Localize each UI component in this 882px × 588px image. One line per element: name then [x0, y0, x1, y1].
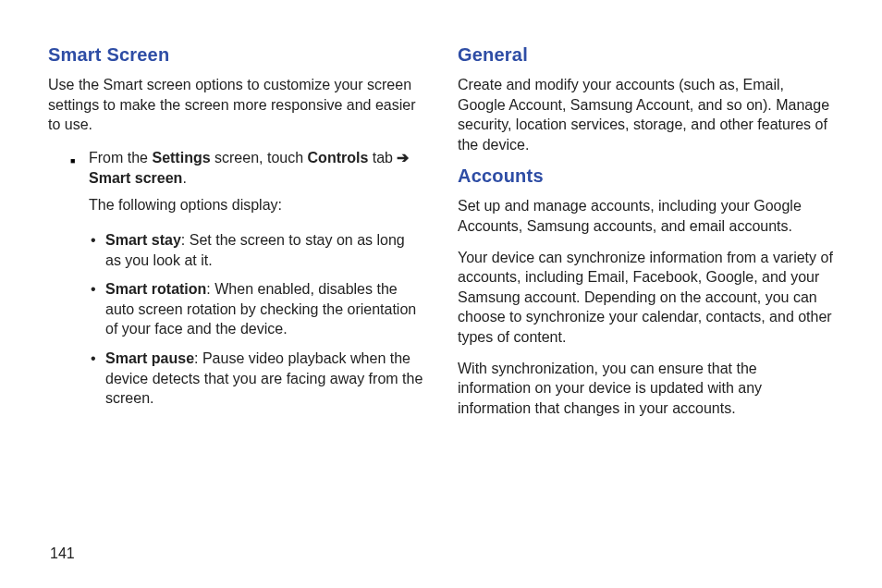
bullet-icon: •: [91, 349, 96, 369]
step-smart-screen-label: Smart screen: [89, 170, 182, 186]
heading-accounts: Accounts: [458, 165, 834, 187]
option-smart-rotation: • Smart rotation: When enabled, disables…: [94, 279, 424, 339]
left-column: Smart Screen Use the Smart screen option…: [48, 44, 424, 429]
instruction-step: From the Settings screen, touch Controls…: [70, 148, 424, 221]
step-text: From the: [89, 150, 152, 165]
accounts-paragraph-2: Your device can synchronize information …: [458, 248, 834, 348]
heading-smart-screen: Smart Screen: [48, 44, 424, 66]
step-text: .: [182, 170, 186, 186]
step-text: tab: [368, 150, 397, 165]
step-controls-label: Controls: [308, 150, 369, 165]
smart-screen-intro: Use the Smart screen options to customiz…: [48, 75, 424, 135]
step-text: screen, touch: [211, 150, 308, 165]
option-name: Smart stay: [105, 232, 181, 248]
option-smart-pause: • Smart pause: Pause video playback when…: [94, 349, 424, 409]
heading-general: General: [458, 44, 834, 66]
bullet-icon: •: [91, 230, 96, 251]
page-number: 141: [50, 545, 75, 562]
options-list: • Smart stay: Set the screen to stay on …: [94, 230, 424, 409]
options-lead: The following options display:: [89, 195, 424, 215]
right-column: General Create and modify your accounts …: [458, 44, 834, 429]
option-smart-stay: • Smart stay: Set the screen to stay on …: [94, 230, 424, 270]
bullet-icon: •: [91, 279, 96, 300]
accounts-paragraph-1: Set up and manage accounts, including yo…: [458, 196, 834, 236]
option-name: Smart pause: [105, 350, 194, 366]
instruction-text: From the Settings screen, touch Controls…: [89, 148, 424, 221]
square-bullet-icon: [70, 148, 89, 221]
accounts-paragraph-3: With synchronization, you can ensure tha…: [458, 359, 834, 419]
general-paragraph: Create and modify your accounts (such as…: [458, 75, 834, 154]
option-name: Smart rotation: [105, 281, 206, 297]
step-settings-label: Settings: [152, 150, 210, 165]
arrow-icon: ➔: [397, 150, 409, 165]
two-column-layout: Smart Screen Use the Smart screen option…: [48, 44, 834, 429]
